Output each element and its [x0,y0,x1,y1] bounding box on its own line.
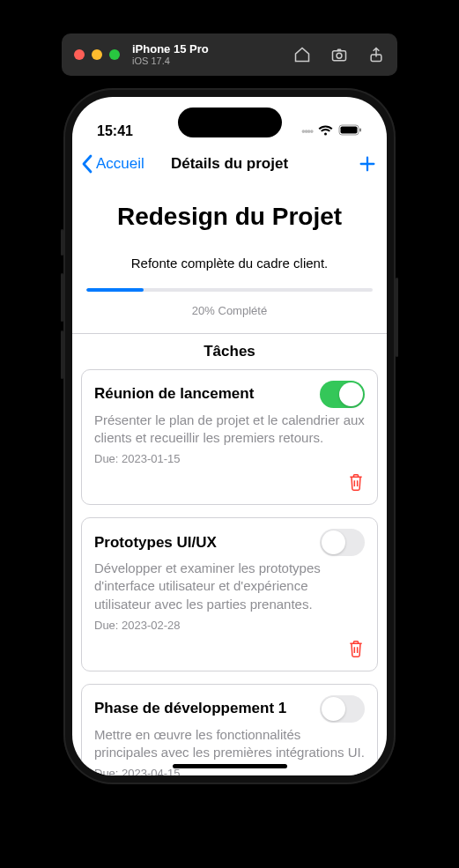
project-subtitle: Refonte complète du cadre client. [72,240,387,288]
back-label: Accueil [96,155,144,173]
task-description: Développer et examiner les prototypes d'… [94,560,365,613]
task-title: Phase de développement 1 [94,700,286,717]
minimize-window-button[interactable] [92,49,102,60]
task-title: Réunion de lancement [94,385,254,403]
task-card: Réunion de lancementPrésenter le plan de… [81,369,378,506]
task-card: Phase de développement 1Mettre en œuvre … [81,684,378,775]
task-card: Prototypes UI/UXDévelopper et examiner l… [81,517,378,671]
task-done-toggle[interactable] [320,381,365,408]
chevron-left-icon [81,154,93,174]
svg-rect-5 [359,129,361,132]
navigation-bar: Accueil Détails du projet [72,145,387,183]
svg-point-1 [337,53,342,58]
content-area: Redesign du Projet Refonte complète du c… [72,183,387,775]
share-icon[interactable] [367,46,385,63]
delete-task-button[interactable] [94,639,365,662]
window-controls [74,49,120,60]
task-list: Réunion de lancementPrésenter le plan de… [72,369,387,776]
os-version: iOS 17.4 [132,56,209,67]
device-name: iPhone 15 Pro [132,42,209,56]
home-indicator[interactable] [173,764,287,768]
plus-icon [358,154,377,174]
status-time: 15:41 [97,123,133,139]
delete-task-button[interactable] [94,472,365,495]
simulator-info: iPhone 15 Pro iOS 17.4 [132,42,209,68]
task-done-toggle[interactable] [320,529,365,556]
task-description: Mettre en œuvre les fonctionnalités prin… [94,726,365,762]
dynamic-island [178,108,282,137]
back-button[interactable]: Accueil [81,154,144,174]
battery-icon [338,123,362,139]
wifi-icon [318,123,333,139]
svg-rect-0 [333,51,346,61]
task-description: Présenter le plan de projet et le calend… [94,412,365,448]
screenshot-icon[interactable] [330,46,348,63]
progress-label: 20% Complété [86,292,373,333]
trash-icon [347,472,365,495]
task-done-toggle[interactable] [320,695,365,723]
project-title: Redesign du Projet [72,196,387,240]
close-window-button[interactable] [74,49,85,60]
phone-frame: 15:41 •••• Accueil Détails du projet [63,88,396,784]
trash-icon [347,639,365,662]
home-icon[interactable] [293,46,311,63]
fullscreen-window-button[interactable] [109,49,120,60]
simulator-toolbar: iPhone 15 Pro iOS 17.4 [62,33,397,76]
tasks-heading: Tâches [72,334,387,369]
page-title: Détails du projet [171,155,288,173]
task-due-date: Due: 2023-02-28 [94,619,365,632]
task-due-date: Due: 2023-01-15 [94,452,365,465]
svg-rect-4 [341,127,358,134]
cellular-icon: •••• [301,125,313,137]
add-button[interactable] [357,153,378,174]
phone-screen: 15:41 •••• Accueil Détails du projet [72,97,387,775]
task-title: Prototypes UI/UX [94,534,217,552]
